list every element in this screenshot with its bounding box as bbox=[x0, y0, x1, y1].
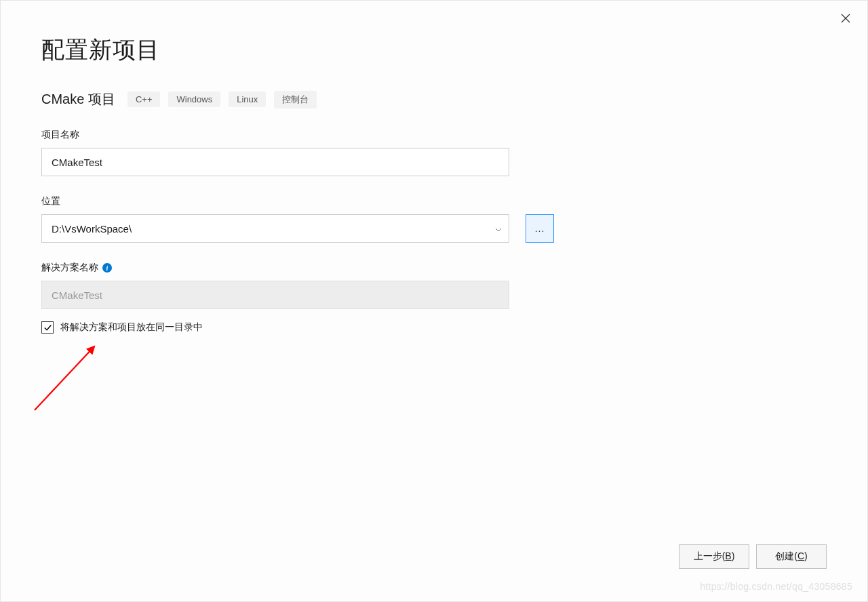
solution-name-input: CMakeTest bbox=[41, 281, 509, 309]
template-tag: C++ bbox=[127, 92, 161, 107]
annotation-arrow-icon bbox=[32, 340, 106, 414]
same-directory-row: 将解决方案和项目放在同一目录中 bbox=[41, 321, 827, 334]
svg-line-3 bbox=[35, 346, 94, 410]
location-input[interactable] bbox=[41, 214, 509, 243]
template-header: CMake 项目 C++ Windows Linux 控制台 bbox=[41, 90, 827, 108]
check-icon bbox=[43, 323, 52, 332]
template-tag: Linux bbox=[229, 92, 266, 107]
page-title: 配置新项目 bbox=[41, 35, 827, 66]
same-directory-checkbox[interactable] bbox=[41, 321, 54, 334]
template-tag: Windows bbox=[168, 92, 220, 107]
project-name-label: 项目名称 bbox=[41, 129, 827, 141]
location-combo[interactable] bbox=[41, 214, 509, 243]
location-group: 位置 ... bbox=[41, 195, 827, 243]
location-label: 位置 bbox=[41, 195, 827, 207]
project-name-group: 项目名称 bbox=[41, 129, 827, 176]
info-icon[interactable]: i bbox=[102, 263, 112, 273]
browse-button[interactable]: ... bbox=[526, 214, 554, 243]
same-directory-label: 将解决方案和项目放在同一目录中 bbox=[60, 321, 203, 334]
close-icon bbox=[841, 14, 850, 23]
watermark-text: https://blog.csdn.net/qq_43058685 bbox=[700, 581, 852, 592]
solution-name-label-row: 解决方案名称 i bbox=[41, 262, 827, 274]
solution-name-label: 解决方案名称 bbox=[41, 262, 98, 274]
configure-project-dialog: 配置新项目 CMake 项目 C++ Windows Linux 控制台 项目名… bbox=[1, 1, 867, 601]
close-button[interactable] bbox=[837, 10, 854, 26]
template-tag: 控制台 bbox=[274, 91, 317, 108]
template-name: CMake 项目 bbox=[41, 90, 115, 108]
footer-buttons: 上一步(B) 创建(C) bbox=[679, 544, 827, 569]
create-button[interactable]: 创建(C) bbox=[756, 544, 827, 569]
project-name-input[interactable] bbox=[41, 148, 509, 176]
solution-name-group: 解决方案名称 i CMakeTest bbox=[41, 262, 827, 309]
back-button[interactable]: 上一步(B) bbox=[679, 544, 749, 569]
